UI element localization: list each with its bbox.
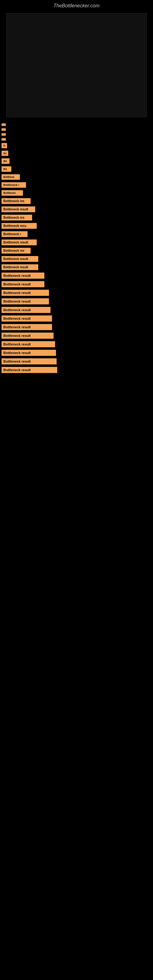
result-item-26: Bottleneck result <box>2 315 151 321</box>
result-item-7: Bo <box>2 158 151 164</box>
result-label-1 <box>2 123 6 126</box>
result-item-8: Bo <box>2 166 151 172</box>
result-label-14: Bottleneck res <box>2 215 32 221</box>
result-item-28: Bottleneck result <box>2 332 151 339</box>
results-container: BBoBoBoBottleneBottleneck rBottlenecBott… <box>0 123 153 373</box>
result-label-32: Bottleneck result <box>2 367 57 373</box>
result-label-19: Bottleneck result <box>2 256 38 262</box>
result-label-16: Bottleneck r <box>2 231 27 237</box>
result-item-14: Bottleneck res <box>2 215 151 221</box>
result-label-26: Bottleneck result <box>2 315 52 321</box>
result-item-24: Bottleneck result <box>2 298 151 304</box>
result-label-23: Bottleneck result <box>2 290 49 296</box>
result-item-29: Bottleneck result <box>2 341 151 347</box>
result-item-22: Bottleneck result <box>2 281 151 287</box>
result-item-31: Bottleneck result <box>2 358 151 364</box>
result-label-10: Bottleneck r <box>2 182 26 188</box>
result-item-13: Bottleneck result <box>2 207 151 212</box>
result-label-22: Bottleneck result <box>2 281 45 287</box>
result-label-17: Bottleneck result <box>2 240 37 245</box>
result-label-5: B <box>2 143 7 148</box>
result-label-29: Bottleneck result <box>2 341 55 347</box>
result-item-30: Bottleneck result <box>2 350 151 356</box>
result-item-27: Bottleneck result <box>2 324 151 330</box>
result-label-24: Bottleneck result <box>2 298 49 304</box>
result-item-19: Bottleneck result <box>2 256 151 262</box>
result-item-25: Bottleneck result <box>2 307 151 313</box>
result-item-6: Bo <box>2 151 151 156</box>
result-label-27: Bottleneck result <box>2 324 52 330</box>
result-item-1 <box>2 123 151 126</box>
result-item-3 <box>2 133 151 136</box>
chart-area <box>6 13 147 117</box>
result-label-25: Bottleneck result <box>2 307 51 313</box>
result-label-20: Bottleneck result <box>2 264 38 270</box>
result-item-16: Bottleneck r <box>2 231 151 237</box>
result-label-3 <box>2 133 6 136</box>
result-item-17: Bottleneck result <box>2 240 151 245</box>
result-item-18: Bottleneck res <box>2 248 151 254</box>
result-item-5: B <box>2 143 151 148</box>
result-item-15: Bottleneck resu <box>2 223 151 229</box>
result-label-2 <box>2 128 6 131</box>
result-item-2 <box>2 128 151 131</box>
result-item-21: Bottleneck result <box>2 272 151 279</box>
result-item-11: Bottlenec <box>2 190 151 196</box>
result-item-32: Bottleneck result <box>2 367 151 373</box>
result-label-18: Bottleneck res <box>2 248 30 254</box>
result-item-23: Bottleneck result <box>2 290 151 296</box>
result-item-9: Bottlene <box>2 174 151 180</box>
result-label-13: Bottleneck result <box>2 207 35 212</box>
site-title: TheBottlenecker.com <box>0 0 153 10</box>
result-label-9: Bottlene <box>2 174 20 180</box>
result-label-8: Bo <box>2 166 11 172</box>
result-label-31: Bottleneck result <box>2 358 57 364</box>
result-label-15: Bottleneck resu <box>2 223 37 229</box>
result-item-20: Bottleneck result <box>2 264 151 270</box>
result-label-30: Bottleneck result <box>2 350 56 356</box>
result-item-12: Bottleneck res <box>2 198 151 204</box>
result-label-21: Bottleneck result <box>2 272 45 279</box>
result-label-12: Bottleneck res <box>2 198 30 204</box>
result-label-11: Bottlenec <box>2 190 23 196</box>
result-label-4 <box>2 138 6 140</box>
result-item-10: Bottleneck r <box>2 182 151 188</box>
result-label-7: Bo <box>2 158 10 164</box>
result-item-4 <box>2 138 151 140</box>
result-label-28: Bottleneck result <box>2 332 54 339</box>
result-label-6: Bo <box>2 151 8 156</box>
